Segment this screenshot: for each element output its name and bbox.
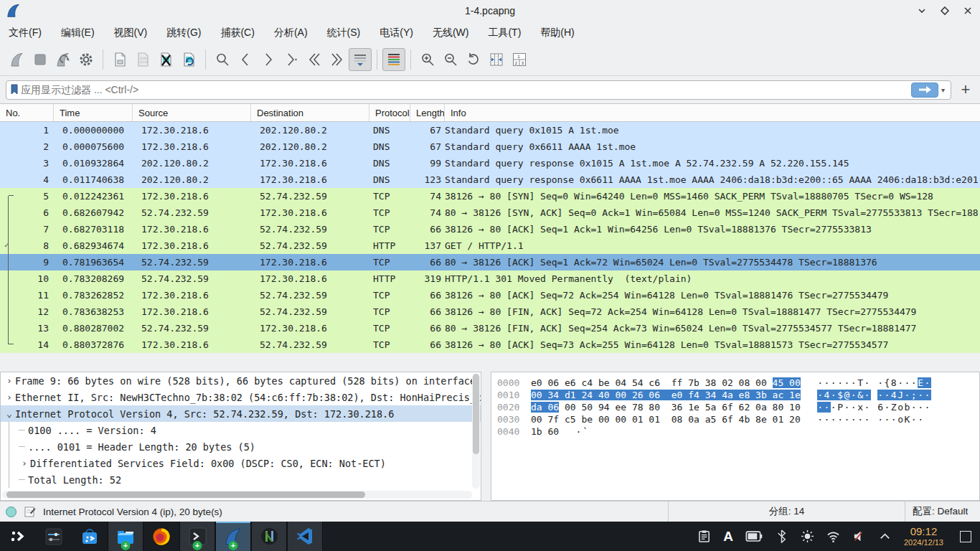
detail-line[interactable]: Total Length: 52 (1, 471, 481, 488)
taskbar-settings-button[interactable] (36, 522, 72, 551)
go-back-button[interactable] (234, 48, 257, 71)
show-desktop-button[interactable] (960, 531, 971, 542)
app-launcher-button[interactable] (0, 522, 36, 551)
save-file-button[interactable]: 01010110 (131, 48, 154, 71)
menu-item-4[interactable]: 捕获(C) (220, 27, 254, 39)
menu-item-8[interactable]: 无线(W) (433, 27, 469, 39)
layout-chooser-button[interactable]: 123 (508, 48, 531, 71)
packet-row[interactable]: 70.682703118172.30.218.652.74.232.59TCP6… (0, 221, 980, 237)
packet-row[interactable]: 120.783638253172.30.218.652.74.232.59TCP… (0, 303, 980, 320)
wifi-icon[interactable] (826, 529, 840, 543)
brightness-icon[interactable] (801, 529, 814, 543)
close-button[interactable] (963, 6, 973, 16)
menu-item-10[interactable]: 帮助(H) (540, 27, 574, 39)
capture-options-button[interactable] (75, 48, 98, 71)
collapsed-arrow-icon[interactable]: › (4, 392, 15, 402)
menu-item-6[interactable]: 统计(S) (327, 27, 361, 39)
go-forward-button[interactable] (257, 48, 280, 71)
menu-item-0[interactable]: 文件(F) (9, 27, 42, 39)
packet-row[interactable]: 90.78196365452.74.232.59172.30.218.6TCP6… (0, 254, 980, 270)
zoom-in-button[interactable] (416, 48, 439, 71)
apply-filter-button[interactable] (911, 83, 938, 98)
hex-row[interactable]: 0000 e0 06 e6 c4 be 04 54 c6 ff 7b 38 02… (497, 377, 979, 389)
reload-file-button[interactable] (177, 48, 200, 71)
menu-item-3[interactable]: 跳转(G) (166, 27, 201, 39)
detail-line[interactable]: ›Differentiated Services Field: 0x00 (DS… (1, 455, 481, 471)
packet-row[interactable]: 110.783262852172.30.218.652.74.232.59TCP… (0, 287, 980, 303)
close-file-button[interactable] (154, 48, 177, 71)
taskbar-wireshark-button[interactable]: + (215, 522, 251, 551)
minimize-button[interactable] (917, 6, 927, 16)
go-to-packet-button[interactable] (280, 48, 303, 71)
column-header-time[interactable]: Time (54, 104, 133, 121)
zoom-reset-button[interactable] (462, 48, 485, 71)
packet-row[interactable]: 50.012242361172.30.218.652.74.232.59TCP7… (0, 188, 980, 204)
column-header-source[interactable]: Source (133, 104, 251, 121)
packet-row[interactable]: 40.011740638202.120.80.2172.30.218.6DNS1… (0, 171, 980, 188)
details-vertical-scrollbar[interactable] (472, 374, 480, 489)
hex-row[interactable]: 0040 1b 60 ·` (497, 425, 979, 438)
display-filter-field[interactable]: ▾ (6, 80, 951, 100)
tray-expand-icon[interactable] (878, 529, 892, 543)
taskbar-file-manager-button[interactable]: + (108, 522, 143, 551)
add-filter-button[interactable]: + (957, 83, 974, 97)
status-profile[interactable]: 配置: Default (913, 505, 968, 518)
packet-row[interactable]: 80.682934674172.30.218.652.74.232.59HTTP… (0, 237, 980, 254)
menu-item-7[interactable]: 电话(Y) (380, 27, 413, 39)
column-header-no[interactable]: No. (0, 104, 54, 121)
filter-input[interactable] (21, 84, 911, 95)
hex-row[interactable]: 0030 00 7f c5 be 00 00 01 01 08 0a a5 6f… (497, 413, 979, 425)
detail-line[interactable]: ⌄Internet Protocol Version 4, Src: 52.74… (1, 405, 481, 422)
column-header-protocol[interactable]: Protocol (369, 104, 410, 121)
menu-item-1[interactable]: 编辑(E) (61, 27, 95, 39)
auto-scroll-toggle[interactable] (349, 48, 372, 71)
taskbar-terminal-button[interactable]: + (179, 522, 215, 551)
expanded-arrow-icon[interactable]: ⌄ (4, 408, 15, 419)
hex-row[interactable]: 0010 00 34 d1 24 40 00 26 06 e0 f4 34 4a… (497, 389, 979, 401)
packet-row[interactable]: 100.78320826952.74.232.59172.30.218.6HTT… (0, 270, 980, 287)
detail-line[interactable]: ›Frame 9: 66 bytes on wire (528 bits), 6… (1, 372, 481, 389)
packet-row[interactable]: 130.88028700252.74.232.59172.30.218.6TCP… (0, 320, 980, 336)
details-horizontal-scrollbar[interactable] (2, 491, 472, 499)
expert-info-icon[interactable] (6, 507, 17, 517)
resize-columns-button[interactable] (485, 48, 508, 71)
bluetooth-icon[interactable] (775, 529, 788, 543)
packet-row[interactable]: 30.010932864202.120.80.2172.30.218.6DNS9… (0, 155, 980, 171)
colorize-toggle[interactable] (382, 48, 405, 71)
filter-bookmark-icon[interactable] (9, 83, 21, 96)
packet-row[interactable]: 10.000000000172.30.218.6202.120.80.2DNS6… (0, 122, 980, 138)
packet-row[interactable]: 60.68260794252.74.232.59172.30.218.6TCP7… (0, 204, 980, 221)
menu-item-5[interactable]: 分析(A) (274, 27, 308, 39)
battery-icon[interactable] (745, 531, 763, 542)
go-last-button[interactable] (326, 48, 349, 71)
zoom-out-button[interactable] (439, 48, 462, 71)
open-file-button[interactable] (108, 48, 131, 71)
find-packet-button[interactable] (211, 48, 234, 71)
collapsed-arrow-icon[interactable]: › (4, 375, 15, 386)
taskbar-vscode-button[interactable] (287, 522, 323, 551)
clipboard-icon[interactable] (697, 529, 711, 543)
detail-line[interactable]: .... 0101 = Header Length: 20 bytes (5) (1, 438, 481, 455)
column-header-length[interactable]: Length (410, 104, 445, 121)
collapsed-arrow-icon[interactable]: › (19, 458, 30, 468)
capture-restart-button[interactable] (52, 48, 75, 71)
capture-comment-icon[interactable] (24, 506, 36, 518)
detail-line[interactable]: ›Ethernet II, Src: NewH3CTechno_7b:38:02… (1, 389, 481, 405)
column-header-destination[interactable]: Destination (251, 104, 369, 121)
menu-item-9[interactable]: 工具(T) (488, 27, 521, 39)
detail-line[interactable]: 0100 .... = Version: 4 (1, 422, 481, 438)
keyboard-layout-icon[interactable]: A (723, 529, 733, 545)
maximize-button[interactable] (940, 6, 950, 16)
taskbar-firefox-button[interactable] (143, 522, 179, 551)
hex-row[interactable]: 0020 da 06 00 50 94 ee 78 80 36 1e 5a 6f… (497, 401, 979, 413)
packet-row[interactable]: 140.880372876172.30.218.652.74.232.59TCP… (0, 336, 980, 353)
filter-dropdown-caret[interactable]: ▾ (941, 86, 945, 94)
packet-row[interactable]: 20.000075600172.30.218.6202.120.80.2DNS6… (0, 138, 980, 155)
taskbar-neovim-button[interactable] (251, 522, 287, 551)
clock[interactable]: 09:12 2024/12/13 (904, 526, 943, 547)
volume-muted-icon[interactable] (852, 529, 866, 543)
column-header-info[interactable]: Info (445, 104, 980, 121)
capture-start-button[interactable] (6, 48, 29, 71)
capture-stop-button[interactable] (29, 48, 52, 71)
taskbar-discover-button[interactable] (72, 522, 108, 551)
